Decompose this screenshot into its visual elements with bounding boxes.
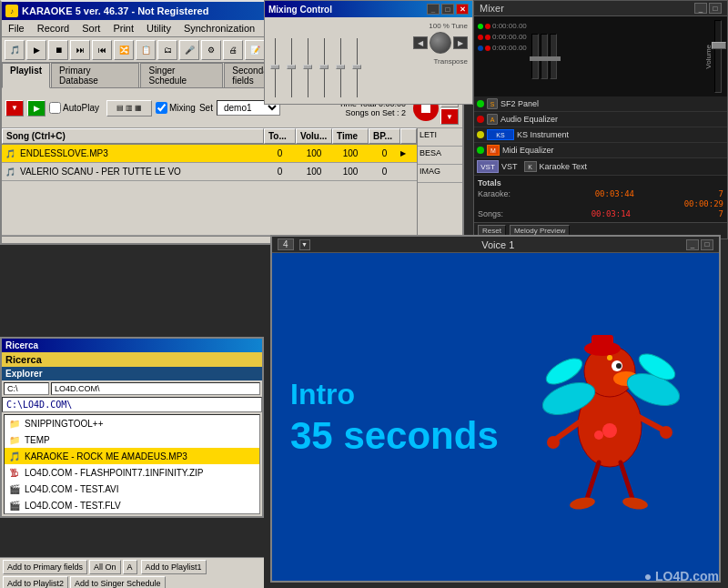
- file-item-snipping[interactable]: 📁 SNIPPINGTOOL++: [5, 415, 259, 431]
- toolbar-btn-2[interactable]: ▶: [26, 40, 46, 60]
- fader-handle-4[interactable]: [319, 65, 329, 69]
- autoplay-label-wrap: AutoPlay: [49, 102, 99, 114]
- fader-handle-2[interactable]: [287, 65, 296, 69]
- tab-playlist[interactable]: Playlist: [2, 63, 50, 88]
- vol-fader[interactable]: [714, 20, 722, 93]
- tune-left-btn[interactable]: ◀: [413, 36, 428, 49]
- add-singer-btn[interactable]: Add to Singer Schedule: [70, 576, 166, 588]
- add-playlist1-btn[interactable]: Add to Playlist1: [141, 560, 207, 574]
- table-row[interactable]: 🎵 VALERIO SCANU - PER TUTTE LE VO 0 100 …: [2, 163, 417, 181]
- toolbar-btn-3[interactable]: ⏹: [48, 40, 68, 60]
- toolbar-btn-5[interactable]: ⏮: [92, 40, 112, 60]
- autoplay-checkbox[interactable]: [49, 102, 61, 114]
- voice-minimize[interactable]: _: [686, 239, 699, 250]
- mixing-checkbox[interactable]: [156, 102, 167, 114]
- tab-primary-database[interactable]: Primary Database: [51, 63, 139, 87]
- plugin-name-eq: Audio Equalizer: [500, 115, 558, 124]
- row-time-2: 100: [332, 166, 369, 177]
- file-name-testflv: LO4D.COM - TEST.FLV: [25, 501, 121, 511]
- toolbar-btn-12[interactable]: 📝: [245, 40, 265, 60]
- a-btn[interactable]: A: [123, 560, 137, 574]
- songs-val: 7: [719, 209, 723, 218]
- toolbar-btn-9[interactable]: 🎤: [179, 40, 199, 60]
- intro-area: Intro 35 seconds: [290, 376, 500, 458]
- row-time-1: 100: [332, 147, 369, 159]
- autoplay-btn[interactable]: ▶: [27, 100, 46, 117]
- toolbar-btn-11[interactable]: 🖨: [223, 40, 243, 60]
- karaoke-text-label: Karaoke Text: [540, 162, 587, 171]
- ch-time-2: 0:00:00.00: [492, 33, 527, 41]
- row-to-2: 0: [264, 166, 296, 177]
- toolbar-btn-10[interactable]: ⚙: [201, 40, 221, 60]
- mixer-minimize[interactable]: _: [694, 3, 707, 14]
- fader-handle-1[interactable]: [270, 65, 279, 69]
- vol-fader-handle[interactable]: [712, 42, 726, 49]
- midi-icon: M: [487, 145, 500, 156]
- svg-point-4: [616, 363, 622, 369]
- down-icon[interactable]: ▼: [5, 100, 24, 117]
- file-item-testavi[interactable]: 🎬 LO4D.COM - TEST.AVI: [5, 481, 259, 497]
- voice-dropdown-icon[interactable]: ▼: [299, 239, 310, 250]
- file-item-testflv[interactable]: 🎬 LO4D.COM - TEST.FLV: [5, 497, 259, 513]
- menu-synchronization[interactable]: Synchronization: [181, 22, 258, 35]
- ch-ind-2: 0:00:00.00: [478, 33, 527, 41]
- mix-fader-1[interactable]: [531, 34, 539, 79]
- multi-btn-1[interactable]: ▤ ▥ ▦: [106, 100, 152, 117]
- mix-fader-3[interactable]: [550, 34, 557, 79]
- mixer-faders: [531, 20, 557, 93]
- explorer-section-label: Explorer: [2, 367, 262, 380]
- menu-file[interactable]: File: [5, 22, 27, 35]
- mixer-maximize[interactable]: □: [709, 3, 722, 14]
- ch-time-1: 0:00:00.00: [492, 22, 527, 30]
- add-primary-btn[interactable]: Add to Primary fields: [3, 560, 87, 574]
- menu-sort[interactable]: Sort: [79, 22, 103, 35]
- total-row-3: Songs: 00:03:14 7: [478, 209, 723, 218]
- toolbar-btn-4[interactable]: ⏭: [70, 40, 90, 60]
- mixing-close[interactable]: ✕: [456, 4, 469, 15]
- file-item-temp[interactable]: 📁 TEMP: [5, 431, 259, 448]
- plugin-row-eq: A Audio Equalizer: [474, 112, 727, 127]
- tune-knob[interactable]: [430, 32, 451, 54]
- drive-select-1[interactable]: C:\: [4, 382, 49, 395]
- add-playlist1-label: Add to Playlist1: [146, 563, 202, 572]
- add-playlist2-label: Add to Playlist2: [7, 579, 64, 588]
- drive-select-2[interactable]: LO4D.COM\: [51, 382, 260, 395]
- toolbar-btn-7[interactable]: 📋: [136, 40, 156, 60]
- mixing-maximize[interactable]: □: [441, 4, 454, 15]
- menu-utility[interactable]: Utility: [144, 22, 174, 35]
- row-to-1: 0: [264, 147, 296, 159]
- mixing-minimize[interactable]: _: [427, 4, 440, 15]
- ks-icon: KS: [487, 129, 514, 140]
- table-row[interactable]: 🎵 ENDLESSLOVE.MP3 0 100 100 0 ▶: [2, 145, 417, 163]
- mix-fader-2[interactable]: [541, 34, 548, 79]
- time-2: 00:00:29: [684, 199, 723, 208]
- ch-ind-red-1: [485, 24, 490, 29]
- toolbar-btn-6[interactable]: 🔀: [114, 40, 134, 60]
- toolbar-btn-1[interactable]: 🎵: [5, 40, 25, 60]
- ch-ind-green-2: [478, 35, 483, 40]
- plugin-icon-eq: A: [487, 114, 498, 125]
- plugin-led-eq: [477, 116, 484, 123]
- voice-maximize[interactable]: □: [701, 239, 713, 250]
- mixer-channels-area: 0:00:00.00 0:00:00.00 0:00:00.00: [474, 16, 727, 96]
- row-vol-2: 100: [296, 166, 332, 177]
- fader-handle-6[interactable]: [352, 65, 361, 69]
- songs-label: Songs:: [478, 209, 503, 218]
- file-item-flashpoint[interactable]: 🗜 LO4D.COM - FLASHPOINT7.1INFINITY.ZIP: [5, 464, 259, 481]
- tab-singer-schedule[interactable]: Singer Schedule: [140, 63, 223, 87]
- down-arrow-btn[interactable]: ▼: [440, 108, 459, 125]
- fader-handle-3[interactable]: [303, 65, 312, 69]
- file-item-karaoke[interactable]: 🎵 KARAOKE - ROCK ME AMADEUS.MP3: [5, 448, 259, 464]
- add-playlist2-btn[interactable]: Add to Playlist2: [3, 576, 68, 588]
- voice-title: Voice 1: [481, 239, 514, 250]
- menu-print[interactable]: Print: [110, 22, 136, 35]
- all-on-btn[interactable]: All On: [89, 560, 121, 574]
- tune-right-btn[interactable]: ▶: [453, 36, 468, 49]
- mp3-icon-karaoke: 🎵: [8, 450, 21, 462]
- toolbar-btn-8[interactable]: 🗂: [157, 40, 177, 60]
- mix-fader-3-handle[interactable]: [548, 56, 561, 61]
- watermark-text: ● LO4D.com: [644, 569, 719, 583]
- row-bp-1: 0: [369, 147, 400, 159]
- menu-record[interactable]: Record: [35, 22, 72, 35]
- fader-handle-5[interactable]: [336, 65, 345, 69]
